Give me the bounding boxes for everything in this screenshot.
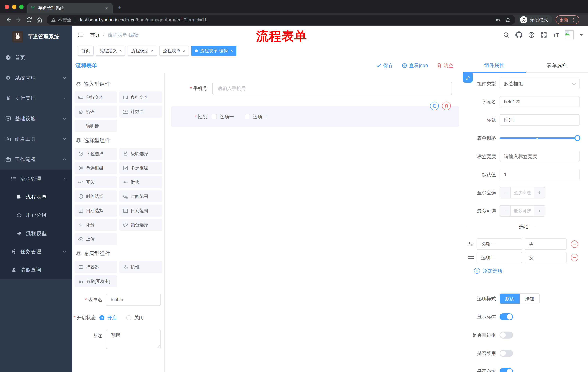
checkbox-option2-label[interactable]: 选项二	[253, 114, 267, 120]
component-editor[interactable]: 编辑器	[74, 120, 117, 132]
component-checkbox-group[interactable]: 多选框组	[119, 162, 162, 174]
drag-handle-icon[interactable]	[468, 241, 474, 247]
component-single-line-text[interactable]: 单行文本	[74, 91, 117, 103]
sidebar-item-payment-management[interactable]: ¥ 支付管理	[0, 88, 73, 108]
form-remark-textarea[interactable]: 嘿嘿	[106, 329, 161, 349]
show-label-toggle[interactable]	[500, 313, 513, 320]
increase-button[interactable]: +	[534, 206, 545, 216]
new-tab-button[interactable]: +	[118, 4, 122, 11]
component-table-dev[interactable]: 表格[开发中]	[74, 275, 117, 287]
bookmark-star-icon[interactable]	[505, 17, 511, 23]
component-color-picker[interactable]: 颜色选择	[119, 219, 162, 231]
component-radio-group[interactable]: 单选框组	[74, 162, 117, 174]
tab-close-icon[interactable]: ×	[151, 48, 154, 53]
min-select-input[interactable]	[511, 187, 534, 198]
slider-handle[interactable]	[575, 135, 580, 141]
drag-handle-icon[interactable]	[468, 255, 474, 260]
forward-icon[interactable]	[14, 15, 24, 25]
component-switch[interactable]: 开关	[74, 176, 117, 188]
tab-close-icon[interactable]: ✕	[103, 5, 110, 11]
sidebar-item-home[interactable]: 首页	[0, 47, 73, 68]
component-select[interactable]: 下拉选择	[74, 148, 117, 160]
resize-handle-icon[interactable]	[157, 345, 160, 348]
sidebar-item-user-group[interactable]: 用户分组	[0, 206, 73, 224]
canvas-field-phone[interactable]: 手机号	[165, 82, 452, 95]
form-canvas[interactable]: 手机号	[165, 73, 463, 372]
slider-track[interactable]	[500, 138, 578, 139]
tab-close-icon[interactable]: ×	[119, 48, 122, 53]
disabled-toggle[interactable]	[500, 350, 513, 357]
component-password[interactable]: 密码	[74, 106, 117, 117]
github-icon[interactable]	[515, 32, 522, 38]
form-grid-slider[interactable]	[500, 135, 580, 141]
add-option-button[interactable]: 添加选项	[474, 267, 588, 274]
page-tab-process-definition[interactable]: 流程定义×	[96, 46, 125, 56]
sidebar-item-process-form[interactable]: 流程表单	[0, 188, 73, 206]
reload-icon[interactable]	[24, 15, 34, 25]
browser-tab[interactable]: 芋道管理系统 ✕	[27, 3, 113, 13]
component-time-picker[interactable]: 时间选择	[74, 190, 117, 202]
sidebar-item-workflow[interactable]: 工作流程	[0, 149, 73, 170]
remove-option-button[interactable]	[571, 240, 578, 248]
sidebar-item-task-management[interactable]: 任务管理	[0, 242, 73, 261]
tab-close-icon[interactable]: ×	[231, 48, 233, 53]
sidebar-item-leave-query[interactable]: 请假查询	[0, 261, 73, 279]
option1-value-input[interactable]	[525, 238, 567, 250]
tab-component-props[interactable]: 组件属性	[463, 58, 525, 73]
help-icon[interactable]	[528, 32, 535, 38]
phone-input[interactable]	[212, 82, 452, 95]
password-key-icon[interactable]	[495, 17, 501, 22]
component-cascader[interactable]: 级联选择	[119, 148, 162, 160]
view-json-button[interactable]: 查看json	[402, 62, 428, 69]
remove-option-button[interactable]	[571, 254, 578, 261]
update-browser-button[interactable]: 更新⋮	[556, 15, 579, 24]
maximize-window-button[interactable]	[19, 5, 24, 9]
page-tab-process-form-edit[interactable]: 流程表单-编辑×	[191, 46, 237, 56]
form-name-input[interactable]	[106, 294, 161, 306]
minimize-window-button[interactable]	[12, 5, 16, 9]
search-icon[interactable]	[503, 32, 510, 38]
save-button[interactable]: 保存	[376, 62, 393, 69]
title-input[interactable]	[500, 114, 580, 126]
component-multi-line-text[interactable]: 多行文本	[119, 91, 162, 103]
component-rate[interactable]: ☆ 评分	[74, 219, 117, 231]
tab-form-props[interactable]: 表单属性	[525, 58, 588, 73]
component-date-range[interactable]: 日期范围	[119, 205, 162, 217]
sidebar-item-system-management[interactable]: 系统管理	[0, 68, 73, 88]
style-button-button[interactable]: 按钮	[520, 294, 539, 304]
increase-button[interactable]: +	[534, 187, 545, 198]
back-icon[interactable]	[4, 15, 14, 25]
sidebar-item-infrastructure[interactable]: 基础设施	[0, 108, 73, 129]
decrease-button[interactable]: −	[500, 187, 511, 198]
component-upload[interactable]: 上传	[74, 233, 117, 245]
fullscreen-icon[interactable]	[541, 32, 547, 38]
radio-on-label[interactable]: 开启	[107, 315, 117, 321]
component-slider[interactable]: 滑块	[119, 176, 162, 188]
breadcrumb-home[interactable]: 首页	[90, 32, 100, 38]
font-size-icon[interactable]: ᴛT	[553, 32, 559, 38]
sidebar-item-process-model[interactable]: 流程模型	[0, 224, 73, 242]
field-name-input[interactable]	[500, 96, 580, 107]
link-icon[interactable]	[463, 73, 473, 83]
sidebar-item-dev-tools[interactable]: 研发工具	[0, 129, 73, 149]
component-row-container[interactable]: 行容器	[74, 261, 117, 273]
decrease-button[interactable]: −	[500, 206, 511, 216]
home-icon[interactable]	[34, 15, 44, 25]
sidebar-collapse-icon[interactable]	[77, 32, 84, 38]
max-select-input[interactable]	[511, 206, 534, 216]
checkbox-option1-label[interactable]: 选项一	[220, 114, 234, 120]
component-time-range[interactable]: 时间范围	[119, 190, 162, 202]
page-tab-process-form[interactable]: 流程表单×	[159, 46, 189, 56]
label-width-input[interactable]	[500, 151, 580, 162]
option2-label-input[interactable]	[477, 252, 522, 263]
component-button[interactable]: 按钮	[119, 261, 162, 273]
avatar[interactable]	[565, 30, 574, 40]
delete-component-button[interactable]	[442, 102, 451, 110]
copy-component-button[interactable]	[430, 102, 439, 110]
option2-value-input[interactable]	[525, 252, 567, 263]
radio-off-label[interactable]: 关闭	[134, 315, 144, 321]
sidebar-item-process-management[interactable]: 流程管理	[0, 170, 73, 188]
option1-label-input[interactable]	[477, 238, 522, 250]
avatar-caret-icon[interactable]	[580, 34, 583, 36]
default-value-input[interactable]	[500, 169, 580, 180]
